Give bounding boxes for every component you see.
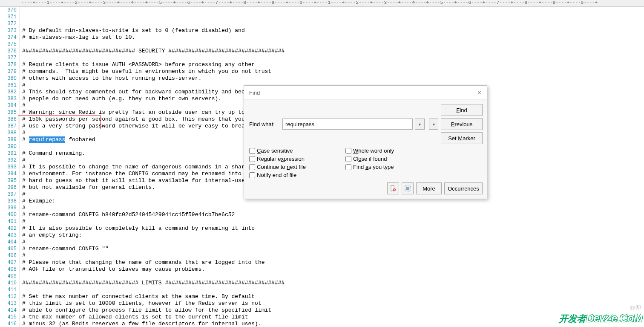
find-button[interactable]: Find — [441, 104, 483, 116]
line-number: 405 — [0, 246, 17, 252]
line-number: 381 — [0, 82, 17, 89]
find-what-input[interactable] — [282, 119, 413, 130]
svg-rect-2 — [406, 187, 409, 190]
code-line[interactable]: # able to configure the process file lim… — [22, 307, 644, 314]
watermark: @和 开发者DevZe.CoM — [559, 304, 642, 325]
code-line[interactable]: # minus 32 (as Redis reserves a few file… — [22, 321, 644, 327]
line-number: 392 — [0, 157, 17, 164]
line-number: 370 — [0, 7, 17, 14]
code-line[interactable]: # Require clients to issue AUTH <PASSWOR… — [22, 61, 644, 68]
find-options-dropdown[interactable]: ▾ — [429, 119, 438, 130]
code-line[interactable] — [22, 41, 644, 48]
line-number: 407 — [0, 259, 17, 266]
line-number: 372 — [0, 20, 17, 27]
line-number: 378 — [0, 61, 17, 68]
code-line[interactable]: # — [22, 239, 644, 246]
more-button[interactable]: More — [416, 182, 442, 194]
line-number: 386 — [0, 116, 17, 123]
bookmark-icon-button[interactable] — [387, 182, 399, 194]
line-number: 400 — [0, 211, 17, 218]
line-number-gutter: 3703713723733743753763773783793803813823… — [0, 7, 20, 327]
code-line[interactable]: # — [22, 205, 644, 211]
line-number: 416 — [0, 321, 17, 327]
watermark-top: @和 — [559, 304, 642, 312]
code-line[interactable] — [22, 286, 644, 293]
line-number: 395 — [0, 177, 17, 184]
line-number: 385 — [0, 109, 17, 116]
code-line[interactable]: # Set the max number of connected client… — [22, 293, 644, 300]
code-line[interactable]: # — [22, 252, 644, 259]
line-number: 415 — [0, 314, 17, 321]
line-number: 403 — [0, 232, 17, 239]
line-number: 375 — [0, 41, 17, 48]
line-number: 388 — [0, 130, 17, 136]
code-line[interactable]: # — [22, 218, 644, 225]
line-number: 391 — [0, 150, 17, 157]
line-number: 409 — [0, 273, 17, 280]
occurrences-button[interactable]: Occurrences — [444, 182, 483, 194]
code-line[interactable] — [22, 55, 644, 61]
search-match-highlight: requirepass — [29, 136, 66, 143]
line-number: 393 — [0, 164, 17, 171]
line-number: 387 — [0, 123, 17, 130]
line-number: 408 — [0, 266, 17, 273]
continue-next-file-checkbox[interactable]: Continue to next file — [249, 164, 342, 170]
line-number: 379 — [0, 68, 17, 75]
line-number: 373 — [0, 27, 17, 34]
code-line[interactable]: # commands. This might be useful in envi… — [22, 68, 644, 75]
code-line[interactable]: ################################## SECUR… — [22, 48, 644, 55]
line-number: 384 — [0, 102, 17, 109]
line-number: 394 — [0, 171, 17, 177]
line-number: 374 — [0, 34, 17, 41]
code-line[interactable]: # an empty string: — [22, 232, 644, 239]
code-line[interactable]: # min-slaves-max-lag is set to 10. — [22, 34, 644, 41]
code-line[interactable]: # the max number of allowed clients is s… — [22, 314, 644, 321]
column-ruler: ----+----1----+----2----+----3----+----4… — [0, 0, 644, 7]
line-number: 382 — [0, 89, 17, 95]
find-history-dropdown[interactable]: ▾ — [415, 119, 425, 130]
line-number: 389 — [0, 136, 17, 143]
find-dialog: Find ✕ Find what: ▾ ▾ Find Previous Set … — [244, 85, 487, 199]
regex-checkbox[interactable]: Regular expression — [249, 156, 342, 162]
line-number: 402 — [0, 225, 17, 232]
whole-word-checkbox[interactable]: Whole word only — [345, 148, 438, 154]
find-dialog-titlebar[interactable]: Find ✕ — [244, 86, 487, 100]
code-line[interactable]: # AOF file or transmitted to slaves may … — [22, 266, 644, 273]
code-line[interactable]: # Please note that changing the name of … — [22, 259, 644, 266]
close-if-found-checkbox[interactable]: Close if found — [345, 156, 438, 162]
find-what-label: Find what: — [249, 121, 280, 127]
line-number: 380 — [0, 75, 17, 82]
line-number: 411 — [0, 286, 17, 293]
code-line[interactable]: # this limit is set to 10000 clients, ho… — [22, 300, 644, 307]
watermark-logo: 开发者DevZe.CoM — [559, 312, 642, 325]
line-number: 397 — [0, 191, 17, 198]
selection-icon — [404, 185, 411, 192]
set-marker-button[interactable]: Set Marker — [441, 132, 483, 144]
line-number: 413 — [0, 300, 17, 307]
line-number: 377 — [0, 55, 17, 61]
line-number: 406 — [0, 252, 17, 259]
find-as-you-type-checkbox[interactable]: Find as you type — [345, 164, 438, 170]
code-line[interactable]: ################################### LIMI… — [22, 280, 644, 286]
code-line[interactable]: # rename-command CONFIG b840fc02d5240454… — [22, 211, 644, 218]
line-number: 401 — [0, 218, 17, 225]
line-number: 376 — [0, 48, 17, 55]
close-icon[interactable]: ✕ — [475, 88, 483, 97]
line-number: 383 — [0, 95, 17, 102]
notify-eof-checkbox[interactable]: Notify end of file — [249, 172, 342, 178]
bookmark-add-icon — [390, 185, 397, 192]
code-line[interactable]: # By default min-slaves-to-write is set … — [22, 27, 644, 34]
code-line[interactable]: # rename-command CONFIG "" — [22, 246, 644, 252]
code-line[interactable] — [22, 273, 644, 280]
code-line[interactable]: # It is also possible to completely kill… — [22, 225, 644, 232]
line-number: 404 — [0, 239, 17, 246]
code-line[interactable]: # others with access to the host running… — [22, 75, 644, 82]
case-sensitive-checkbox[interactable]: Case sensitive — [249, 148, 342, 154]
line-number: 371 — [0, 14, 17, 20]
select-all-icon-button[interactable] — [402, 182, 414, 194]
line-number: 399 — [0, 205, 17, 211]
previous-button[interactable]: Previous — [441, 118, 483, 130]
line-number: 414 — [0, 307, 17, 314]
line-number: 398 — [0, 198, 17, 205]
line-number: 410 — [0, 280, 17, 286]
